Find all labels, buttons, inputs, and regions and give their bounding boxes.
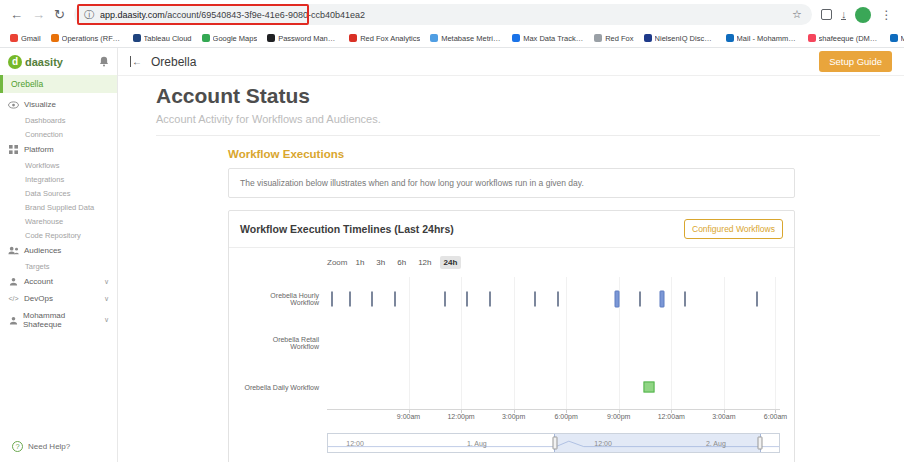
sidebar: d daasity Orebella Visualize Dashboards … (0, 48, 118, 462)
chevron-down-icon: ∨ (104, 278, 109, 286)
bookmark-item[interactable]: shafeeque (DM) - R... (808, 34, 880, 43)
browser-menu-icon[interactable]: ⋮ (880, 9, 892, 21)
bookmark-item[interactable]: Google Maps (202, 34, 258, 43)
sidebar-item-warehouse[interactable]: Warehouse (0, 214, 117, 228)
execution-block (643, 382, 654, 393)
sidebar-section-visualize[interactable]: Visualize (0, 96, 117, 113)
execution-mark (371, 292, 373, 307)
sidebar-section-account[interactable]: Account ∨ (0, 273, 117, 290)
chart-title: Workflow Execution Timelines (Last 24hrs… (240, 223, 454, 235)
section-label: Visualize (24, 100, 56, 109)
sidebar-section-user[interactable]: Mohammad Shafeeque ∨ (0, 307, 117, 333)
bookmark-label: NielsenIQ Discover (655, 34, 716, 43)
execution-mark (444, 292, 446, 307)
need-help-button[interactable]: ? Need Help? (0, 433, 117, 462)
section-label: Account (24, 277, 53, 286)
sidebar-item-brand-supplied-data[interactable]: Brand Supplied Data (0, 200, 117, 214)
execution-mark (557, 292, 559, 307)
bookmark-label: Red Fox (605, 34, 633, 43)
bookmark-item[interactable]: NielsenIQ Discover (644, 34, 716, 43)
audiences-icon (8, 246, 19, 255)
timeline-navigator[interactable]: 12:001. Aug12:002. Aug (327, 433, 780, 453)
x-axis-label: 12:00am (658, 413, 685, 420)
sidebar-collapse-icon[interactable]: ← (130, 56, 142, 67)
sidebar-item-data-sources[interactable]: Data Sources (0, 186, 117, 200)
bookmark-label: Red Fox Analytics (360, 34, 420, 43)
page-title: Account Status (156, 84, 880, 108)
timeline-plot-area (327, 277, 780, 409)
x-axis-label: 3:00am (712, 413, 735, 420)
execution-mark (349, 292, 351, 307)
navigator-label: 2. Aug (706, 440, 726, 447)
bookmark-item[interactable]: Password Manager f... (267, 34, 339, 43)
help-icon: ? (12, 441, 23, 452)
workflow-timeline-chart: Zoom 1h 3h 6h 12h 24h Orebella Hourly Wo… (229, 248, 794, 462)
sidebar-item-workflows[interactable]: Workflows (0, 158, 117, 172)
bookmark-item[interactable]: Gmail (10, 34, 41, 43)
forward-icon[interactable]: → (32, 8, 45, 21)
navigator-handle-left[interactable] (552, 437, 557, 450)
zoom-1h-button[interactable]: 1h (351, 256, 368, 269)
bookmark-item[interactable]: Metabase Metrics Li... (430, 34, 502, 43)
navigator-selection[interactable] (554, 434, 761, 452)
execution-mark (331, 292, 333, 307)
bookmark-item[interactable]: Mail - Mohammad ... (726, 34, 798, 43)
bookmark-favicon (808, 34, 816, 42)
bookmark-item[interactable]: Red Fox Analytics (349, 34, 420, 43)
browser-toolbar: ← → ↻ ⓘ app.daasity.com/account/69540843… (0, 0, 904, 29)
navigator-label: 12:00 (594, 440, 612, 447)
zoom-label: Zoom (327, 258, 347, 267)
site-info-icon[interactable]: ⓘ (84, 8, 94, 22)
sidebar-section-devops[interactable]: </> DevOps ∨ (0, 290, 117, 307)
daasity-logo-icon: d (8, 55, 22, 69)
sidebar-item-targets[interactable]: Targets (0, 259, 117, 273)
sidebar-section-platform[interactable]: Platform (0, 141, 117, 158)
row-label-retail: Orebella Retail Workflow (243, 321, 327, 365)
back-icon[interactable]: ← (10, 8, 23, 21)
profile-avatar[interactable] (855, 7, 871, 23)
row-labels: Orebella Hourly Workflow Orebella Retail… (243, 277, 327, 453)
sidebar-section-audiences[interactable]: Audiences (0, 242, 117, 259)
execution-mark (394, 292, 396, 307)
bookmark-item[interactable]: Max Data Tracker ... (512, 34, 584, 43)
navigator-label: 1. Aug (467, 440, 487, 447)
sidebar-item-code-repository[interactable]: Code Repository (0, 228, 117, 242)
x-axis-label: 6:00pm (554, 413, 577, 420)
need-help-label: Need Help? (28, 442, 70, 451)
row-label-hourly: Orebella Hourly Workflow (243, 277, 327, 321)
sidebar-item-dashboards[interactable]: Dashboards (0, 113, 117, 127)
downloads-icon[interactable]: ↓ (841, 9, 847, 20)
bookmark-label: Mail - Mohammad ... (737, 34, 798, 43)
x-axis-label: 3:00pm (502, 413, 525, 420)
bookmark-favicon (133, 34, 141, 42)
reload-icon[interactable]: ↻ (54, 8, 65, 21)
zoom-24h-button[interactable]: 24h (440, 256, 462, 269)
section-label: Audiences (24, 246, 61, 255)
bookmark-item[interactable]: Red Fox (594, 34, 633, 43)
bookmark-item[interactable]: Mail - Mohammad ... (890, 34, 904, 43)
chevron-down-icon: ∨ (104, 316, 109, 324)
configured-workflows-button[interactable]: Configured Workflows (684, 219, 783, 239)
section-label: DevOps (24, 294, 53, 303)
side-panel-icon[interactable] (821, 9, 832, 20)
execution-mark (660, 291, 665, 308)
notifications-bell-icon[interactable] (99, 56, 109, 67)
url-bar[interactable]: ⓘ app.daasity.com/account/69540843-3f9e-… (74, 4, 812, 25)
workflow-timeline-card: Workflow Execution Timelines (Last 24hrs… (228, 210, 795, 462)
bookmark-item[interactable]: Tableau Cloud (133, 34, 192, 43)
bookmark-item[interactable]: Operations (RFA) | T... (51, 34, 123, 43)
navigator-handle-right[interactable] (757, 437, 762, 450)
sidebar-account-orebella[interactable]: Orebella (0, 75, 117, 93)
sidebar-item-connection[interactable]: Connection (0, 127, 117, 141)
execution-mark (684, 292, 686, 307)
sidebar-item-integrations[interactable]: Integrations (0, 172, 117, 186)
setup-guide-button[interactable]: Setup Guide (819, 51, 892, 72)
daasity-logo[interactable]: d daasity (8, 55, 63, 69)
zoom-6h-button[interactable]: 6h (393, 256, 410, 269)
zoom-3h-button[interactable]: 3h (372, 256, 389, 269)
bookmark-star-icon[interactable]: ☆ (792, 8, 802, 21)
zoom-12h-button[interactable]: 12h (414, 256, 435, 269)
section-title: Workflow Executions (228, 148, 795, 160)
execution-mark (466, 292, 468, 307)
bookmark-label: Tableau Cloud (144, 34, 192, 43)
